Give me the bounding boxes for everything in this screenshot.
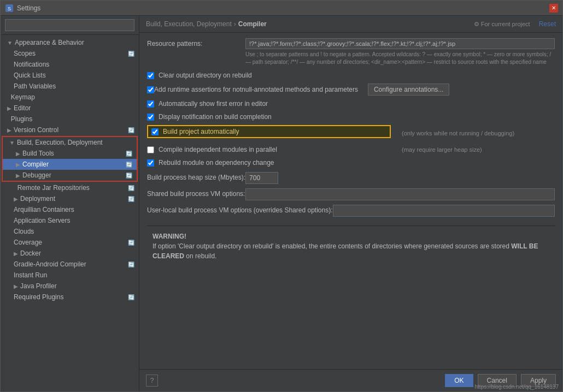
sidebar-item-required-plugins[interactable]: Required Plugins 🔄 xyxy=(1,292,139,302)
sync-icon: 🔄 xyxy=(128,262,134,268)
expand-icon: ▶ xyxy=(14,283,18,289)
sidebar-label: Instant Run xyxy=(14,271,47,279)
sidebar: ▼ Appearance & Behavior Scopes 🔄 Notific… xyxy=(1,16,139,391)
expand-icon: ▶ xyxy=(16,162,20,168)
expand-icon xyxy=(7,116,9,122)
runtime-assertions-row: Add runtime assertions for notnull-annot… xyxy=(147,84,555,96)
sidebar-label: Application Servers xyxy=(14,217,70,224)
expand-icon: ▶ xyxy=(7,127,11,133)
reset-link[interactable]: Reset xyxy=(539,20,556,28)
clear-output-checkbox[interactable] xyxy=(147,72,154,79)
sync-icon: 🔄 xyxy=(128,196,134,202)
sidebar-label: Notifications xyxy=(14,61,49,68)
breadcrumb-bar: Build, Execution, Deployment › Compiler … xyxy=(139,16,562,33)
compile-parallel-left: Compile independent modules in parallel xyxy=(147,145,391,155)
sidebar-label: Plugins xyxy=(11,115,32,123)
sync-icon: 🔄 xyxy=(126,173,132,179)
sidebar-item-version-control[interactable]: ▶ Version Control 🔄 xyxy=(1,124,139,135)
compile-parallel-row: Compile independent modules in parallel … xyxy=(147,145,555,155)
sidebar-item-docker[interactable]: ▶ Docker xyxy=(1,248,139,259)
sidebar-item-app-servers[interactable]: Application Servers xyxy=(1,215,139,226)
resource-patterns-label: Resource patterns: xyxy=(147,38,245,47)
sync-icon: 🔄 xyxy=(128,240,134,246)
sidebar-label: Coverage xyxy=(14,239,42,246)
expand-icon: ▶ xyxy=(16,151,20,157)
sync-icon: 🔄 xyxy=(126,151,132,157)
compile-parallel-note: (may require larger heap size) xyxy=(402,146,555,153)
compile-parallel-label: Compile independent modules in parallel xyxy=(159,146,277,153)
warning-body: If option 'Clear output directory on reb… xyxy=(153,242,538,260)
app-icon: S xyxy=(5,4,14,13)
sync-icon: 🔄 xyxy=(126,162,132,168)
titlebar: S Settings ✕ xyxy=(1,1,562,16)
sidebar-item-notifications[interactable]: Notifications xyxy=(1,59,139,70)
checkbox-clear-output: Clear output directory on rebuild xyxy=(147,70,555,80)
build-automatically-checkbox[interactable] xyxy=(151,128,159,135)
build-automatically-label: Build project automatically xyxy=(163,128,239,135)
sync-icon: 🔄 xyxy=(128,51,134,57)
display-notification-checkbox[interactable] xyxy=(147,114,154,121)
build-automatically-note: (only works while not running / debuggin… xyxy=(402,130,555,136)
sidebar-label: Required Plugins xyxy=(14,293,63,301)
sidebar-item-path-variables[interactable]: Path Variables xyxy=(1,81,139,92)
sidebar-item-gradle-android[interactable]: Gradle-Android Compiler 🔄 xyxy=(1,259,139,270)
sidebar-item-java-profiler[interactable]: ▶ Java Profiler xyxy=(1,281,139,292)
sidebar-item-clouds[interactable]: Clouds xyxy=(1,226,139,237)
rebuild-dependency-checkbox[interactable] xyxy=(147,159,154,167)
sidebar-item-quick-lists[interactable]: Quick Lists xyxy=(1,70,139,81)
sidebar-item-editor[interactable]: ▶ Editor xyxy=(1,103,139,114)
warning-emphasis: WILL BE CLEARED xyxy=(153,242,538,260)
warning-title: WARNING! xyxy=(153,233,186,240)
sidebar-item-scopes[interactable]: Scopes 🔄 xyxy=(1,48,139,59)
expand-icon xyxy=(14,185,15,191)
main-content: ▼ Appearance & Behavior Scopes 🔄 Notific… xyxy=(1,16,562,391)
expand-icon xyxy=(7,94,9,100)
build-automatically-left: Build project automatically xyxy=(147,125,391,141)
sidebar-item-instant-run[interactable]: Instant Run xyxy=(1,270,139,281)
red-border-section: ▼ Build, Execution, Deployment ▶ Build T… xyxy=(2,136,138,182)
sidebar-item-compiler[interactable]: ▶ Compiler 🔄 xyxy=(3,159,137,170)
sidebar-label: Deployment xyxy=(20,195,55,203)
resource-patterns-input[interactable] xyxy=(245,38,555,49)
main-panel: Build, Execution, Deployment › Compiler … xyxy=(139,16,562,391)
user-local-vm-input[interactable] xyxy=(333,205,555,217)
help-button[interactable]: ? xyxy=(146,375,158,387)
user-local-vm-row: User-local build process VM options (ove… xyxy=(147,205,555,217)
compile-parallel-checkbox-row: Compile independent modules in parallel xyxy=(147,145,391,155)
close-button[interactable]: ✕ xyxy=(549,4,558,13)
sidebar-item-build-tools[interactable]: ▶ Build Tools 🔄 xyxy=(3,148,137,159)
sidebar-item-build-execution[interactable]: ▼ Build, Execution, Deployment xyxy=(3,137,137,148)
sidebar-item-debugger[interactable]: ▶ Debugger 🔄 xyxy=(3,170,137,181)
sidebar-label: Arquillian Containers xyxy=(14,206,74,213)
sidebar-label: Path Variables xyxy=(14,82,56,90)
sidebar-label: Compiler xyxy=(22,161,49,168)
configure-annotations-button[interactable]: Configure annotations... xyxy=(368,84,449,96)
runtime-assertions-checkbox[interactable] xyxy=(147,86,154,93)
breadcrumb-parent: Build, Execution, Deployment xyxy=(146,20,232,28)
show-first-error-label: Automatically show first error in editor xyxy=(159,100,268,108)
settings-window: S Settings ✕ ▼ Appearance & Behavior Sco… xyxy=(0,0,563,392)
sidebar-item-arquillian[interactable]: Arquillian Containers xyxy=(1,204,139,215)
sync-icon: 🔄 xyxy=(128,185,134,191)
sidebar-item-coverage[interactable]: Coverage 🔄 xyxy=(1,237,139,248)
sidebar-label: Build Tools xyxy=(22,150,54,157)
shared-vm-input[interactable] xyxy=(245,188,555,200)
expand-icon: ▼ xyxy=(7,40,13,46)
sidebar-item-appearance-behavior[interactable]: ▼ Appearance & Behavior xyxy=(1,37,139,48)
display-notification-label: Display notification on build completion xyxy=(159,113,272,121)
build-automatically-highlight: Build project automatically xyxy=(147,125,391,138)
sidebar-label: Version Control xyxy=(14,126,58,134)
sidebar-label: Docker xyxy=(20,250,41,257)
search-box xyxy=(1,16,139,35)
heap-size-input[interactable] xyxy=(245,172,278,184)
sidebar-item-remote-jar[interactable]: Remote Jar Repositories 🔄 xyxy=(1,182,139,193)
search-input[interactable] xyxy=(5,19,134,31)
sidebar-item-keymap[interactable]: Keymap xyxy=(1,92,139,103)
sidebar-item-plugins[interactable]: Plugins xyxy=(1,114,139,124)
compile-parallel-checkbox[interactable] xyxy=(147,146,154,153)
sidebar-item-deployment[interactable]: ▶ Deployment 🔄 xyxy=(1,193,139,204)
sidebar-label: Clouds xyxy=(14,228,34,235)
warning-section: WARNING! If option 'Clear output directo… xyxy=(147,225,555,266)
show-first-error-checkbox[interactable] xyxy=(147,100,154,108)
ok-button[interactable]: OK xyxy=(445,374,473,387)
